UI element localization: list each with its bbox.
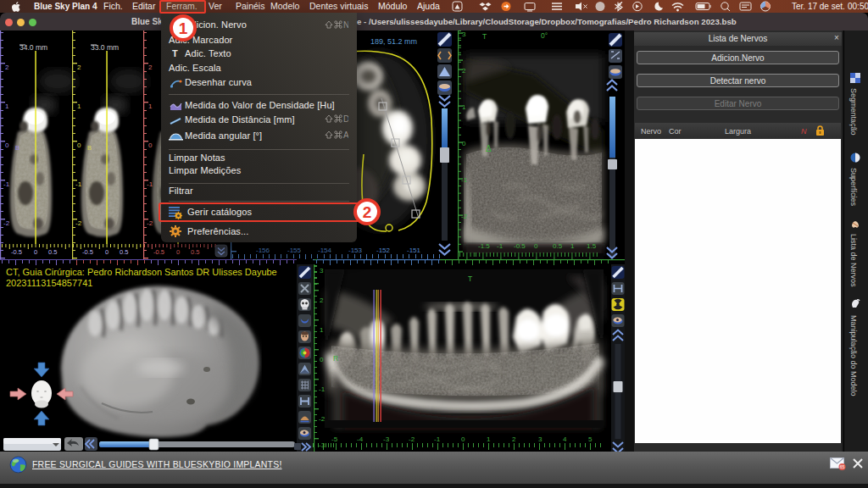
svg-text:1: 1 — [320, 326, 324, 334]
svg-text:1: 1 — [77, 103, 81, 110]
svg-text:0: 0 — [148, 141, 153, 149]
svg-text:-1: -1 — [319, 385, 326, 393]
svg-text:0: 0 — [176, 248, 180, 256]
svg-text:3: 3 — [320, 267, 324, 274]
svg-text:0°: 0° — [541, 31, 548, 40]
svg-text:Δ: Δ — [486, 144, 492, 153]
svg-text:1: 1 — [487, 435, 491, 443]
svg-text:3: 3 — [538, 435, 542, 443]
svg-text:-2: -2 — [409, 435, 415, 443]
svg-text:2: 2 — [320, 297, 324, 304]
svg-text:2: 2 — [5, 64, 9, 71]
svg-text:4: 4 — [563, 435, 567, 443]
svg-text:T: T — [482, 32, 487, 41]
svg-text:-3: -3 — [319, 441, 326, 449]
svg-text:-2: -2 — [147, 219, 153, 227]
svg-text:A: A — [343, 130, 348, 140]
svg-text:1: 1 — [5, 103, 9, 110]
svg-text:B: B — [15, 144, 19, 152]
svg-text:-5: -5 — [331, 435, 338, 443]
svg-text:-1: -1 — [461, 176, 468, 184]
svg-text:-2: -2 — [461, 213, 468, 220]
svg-text:-1: -1 — [75, 180, 82, 188]
svg-text:-1.5: -1.5 — [478, 242, 490, 250]
svg-text:2: 2 — [512, 435, 516, 443]
svg-text:20231113154857741: 20231113154857741 — [6, 278, 92, 288]
svg-text:1: 1 — [462, 103, 466, 111]
svg-text:3: 3 — [462, 30, 466, 38]
svg-text:T: T — [468, 274, 472, 283]
svg-text:0.5: 0.5 — [120, 248, 128, 256]
svg-text:-2: -2 — [75, 219, 82, 227]
svg-text:D: D — [343, 114, 348, 124]
svg-text:R: R — [333, 354, 338, 363]
svg-text:-156: -156 — [256, 247, 270, 254]
svg-text:0: 0 — [77, 141, 81, 149]
svg-text:65: 65 — [840, 464, 845, 469]
svg-text:-155: -155 — [287, 247, 302, 254]
svg-text:0: 0 — [461, 435, 465, 443]
svg-text:0: 0 — [5, 141, 9, 149]
svg-text:-153: -153 — [348, 247, 363, 254]
svg-text:-1: -1 — [497, 242, 504, 250]
svg-text:2: 2 — [462, 67, 466, 75]
svg-text:B: B — [87, 144, 92, 152]
svg-text:1: 1 — [570, 242, 575, 250]
svg-text:0.5: 0.5 — [553, 242, 563, 250]
svg-text:-3: -3 — [383, 435, 390, 443]
svg-text:2: 2 — [148, 64, 153, 71]
svg-text:-152: -152 — [376, 247, 391, 254]
svg-text:189, 51.2 mm: 189, 51.2 mm — [370, 37, 417, 46]
svg-text:CT, Guia Cirúrgica: Pedro Rich: CT, Guia Cirúrgica: Pedro Richardson San… — [6, 267, 277, 277]
svg-text:5: 5 — [588, 435, 593, 443]
svg-text:0: 0 — [534, 242, 538, 250]
svg-text:-0.5: -0.5 — [82, 248, 93, 256]
svg-text:N: N — [343, 20, 348, 30]
svg-text:-1: -1 — [147, 180, 153, 188]
svg-text:-4: -4 — [357, 435, 364, 443]
svg-text:-2: -2 — [319, 415, 326, 423]
svg-text:0.5: 0.5 — [48, 248, 57, 256]
svg-text:-1: -1 — [3, 180, 10, 188]
svg-text:-154: -154 — [318, 247, 332, 254]
svg-text:-1: -1 — [434, 435, 441, 443]
svg-text:1.5: 1.5 — [587, 242, 597, 250]
svg-text:-2: -2 — [3, 219, 10, 227]
svg-text:0: 0 — [34, 248, 37, 256]
svg-text:-151: -151 — [407, 247, 421, 254]
svg-text:0: 0 — [320, 356, 324, 363]
svg-text:-0.5: -0.5 — [153, 248, 164, 256]
svg-text:1: 1 — [148, 103, 153, 110]
svg-text:2: 2 — [77, 64, 81, 71]
svg-text:-0.5: -0.5 — [514, 242, 526, 250]
svg-text:0: 0 — [462, 140, 466, 147]
svg-text:0.5: 0.5 — [191, 248, 199, 256]
svg-text:0: 0 — [105, 248, 108, 256]
svg-text:-0.5: -0.5 — [11, 248, 22, 256]
